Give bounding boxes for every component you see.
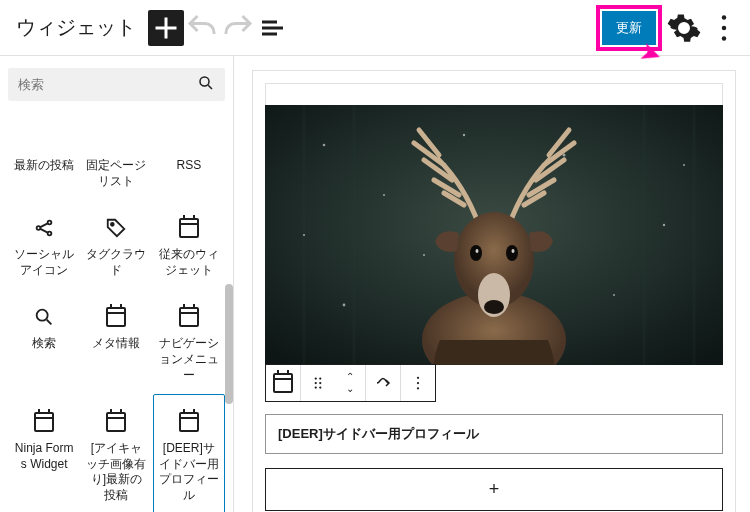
add-block-button[interactable]: [148, 10, 184, 46]
sidebar-scrollbar[interactable]: [225, 56, 233, 512]
svg-point-25: [506, 245, 518, 261]
block-item--[interactable]: メタ情報: [80, 289, 152, 394]
search-input-wrap[interactable]: [8, 68, 225, 101]
block-item-label: メタ情報: [85, 336, 147, 364]
block-toolbar: ⌃⌄: [265, 364, 436, 402]
search-icon: [197, 74, 215, 95]
svg-point-8: [37, 310, 48, 321]
undo-button[interactable]: [184, 10, 220, 46]
svg-point-27: [512, 249, 515, 253]
block-item--deer-[interactable]: [DEER]サイドバー用プロフィール: [153, 394, 225, 512]
svg-point-14: [343, 304, 346, 307]
cal-icon: [85, 409, 147, 435]
block-item-ninja-forms-widget[interactable]: Ninja Forms Widget: [8, 394, 80, 512]
svg-point-6: [48, 232, 52, 236]
block-item-label: タグクラウド: [85, 247, 147, 278]
block-item-label: RSS: [158, 158, 220, 186]
block-item-label: Ninja Forms Widget: [13, 441, 75, 472]
block-item--[interactable]: タグクラウド: [80, 200, 152, 289]
block-item-label: [アイキャッチ画像有り]最新の投稿: [85, 441, 147, 503]
svg-point-31: [319, 382, 321, 384]
block-item-label: ナビゲーションメニュー: [158, 336, 220, 383]
svg-point-16: [463, 134, 465, 136]
svg-point-34: [417, 377, 419, 379]
block-item-label: 最新の投稿: [13, 158, 75, 186]
svg-point-33: [319, 386, 321, 388]
text-icon: [13, 126, 75, 152]
block-options-button[interactable]: [401, 365, 435, 401]
cal-icon: [158, 409, 220, 435]
block-item-label: 検索: [13, 336, 75, 364]
block-item-label: [DEER]サイドバー用プロフィール: [158, 441, 220, 503]
svg-point-7: [111, 223, 114, 226]
svg-point-2: [722, 36, 727, 41]
block-item--[interactable]: 従来のウィジェット: [153, 200, 225, 289]
block-item-label: 固定ページリスト: [85, 158, 147, 189]
block-inserter-panel: 最新の投稿固定ページリストRSSソーシャルアイコンタグクラウド従来のウィジェット…: [0, 56, 234, 512]
svg-point-26: [476, 249, 479, 253]
deer-image: [265, 105, 723, 365]
svg-point-5: [48, 221, 52, 225]
block-item--[interactable]: [アイキャッチ画像有り]最新の投稿: [80, 394, 152, 512]
cal-icon: [85, 304, 147, 330]
redo-button[interactable]: [220, 10, 256, 46]
block-item-label: 従来のウィジェット: [158, 247, 220, 278]
block-item-rss[interactable]: RSS: [153, 111, 225, 200]
svg-point-13: [663, 224, 665, 226]
cal-icon: [158, 304, 220, 330]
drag-handle[interactable]: [301, 365, 335, 401]
svg-point-0: [722, 15, 727, 20]
cal-icon: [158, 215, 220, 241]
list-view-button[interactable]: [256, 10, 292, 46]
svg-point-19: [303, 234, 305, 236]
svg-point-36: [417, 387, 419, 389]
svg-point-24: [470, 245, 482, 261]
block-item--[interactable]: 検索: [8, 289, 80, 394]
tag-icon: [85, 215, 147, 241]
svg-point-30: [315, 382, 317, 384]
block-item--[interactable]: ナビゲーションメニュー: [153, 289, 225, 394]
share-icon: [13, 215, 75, 241]
block-item--[interactable]: 最新の投稿: [8, 111, 80, 200]
block-title-input[interactable]: [DEER]サイドバー用プロフィール: [265, 414, 723, 454]
text-icon: [85, 126, 147, 152]
svg-point-17: [423, 254, 425, 256]
page-title: ウィジェット: [8, 14, 148, 41]
svg-point-32: [315, 386, 317, 388]
text-icon: [158, 126, 220, 152]
cal-icon: [13, 409, 75, 435]
svg-point-28: [315, 377, 317, 379]
more-button[interactable]: [706, 10, 742, 46]
block-item--[interactable]: 固定ページリスト: [80, 111, 152, 200]
svg-point-15: [613, 294, 615, 296]
svg-point-18: [683, 164, 685, 166]
add-block-inline-button[interactable]: +: [265, 468, 723, 511]
block-item--[interactable]: ソーシャルアイコン: [8, 200, 80, 289]
svg-point-29: [319, 377, 321, 379]
settings-button[interactable]: [666, 10, 702, 46]
move-to-button[interactable]: [366, 365, 400, 401]
block-item-label: ソーシャルアイコン: [13, 247, 75, 278]
block-type-button[interactable]: [266, 365, 300, 401]
svg-point-4: [37, 226, 41, 230]
update-button[interactable]: 更新: [602, 11, 656, 45]
widget-area-1: ⌃⌄ [DEER]サイドバー用プロフィール +: [252, 70, 736, 512]
block-mover[interactable]: ⌃⌄: [335, 365, 365, 401]
svg-point-11: [383, 194, 385, 196]
svg-point-3: [200, 77, 209, 86]
search-icon: [13, 304, 75, 330]
svg-point-10: [323, 144, 326, 147]
svg-point-23: [484, 300, 504, 314]
svg-point-1: [722, 25, 727, 30]
svg-point-35: [417, 382, 419, 384]
search-input[interactable]: [18, 77, 197, 92]
editor-canvas: ⌃⌄ [DEER]サイドバー用プロフィール + 2.サイドバースクロール固定: [234, 56, 750, 512]
